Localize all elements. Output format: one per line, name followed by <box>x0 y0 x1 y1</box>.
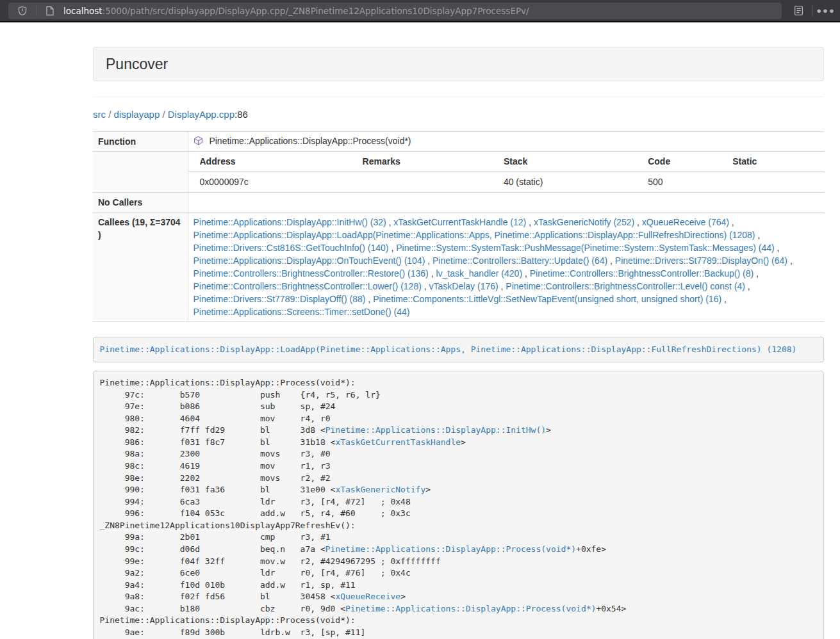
callee-link[interactable]: Pinetime::Controllers::BrightnessControl… <box>506 281 745 291</box>
callee-link[interactable]: vTaskDelay (176) <box>429 281 498 291</box>
callee-link[interactable]: Pinetime::Drivers::St7789::DisplayOff() … <box>194 294 366 304</box>
static-value <box>721 172 824 193</box>
toolbar-divider <box>36 5 37 16</box>
metrics-header-row: Address Remarks Stack Code Static <box>188 152 825 172</box>
callee-link[interactable]: Pinetime::Controllers::BrightnessControl… <box>530 268 754 279</box>
selected-callee-box: Pinetime::Applications::DisplayApp::Load… <box>93 337 824 362</box>
function-table: Function Pinetime::Applications::Display… <box>93 131 824 322</box>
code-size-value: 500 <box>636 172 721 193</box>
col-static: Static <box>721 152 824 172</box>
metrics-table: Address Remarks Stack Code Static 0x0000… <box>188 152 825 192</box>
col-remarks: Remarks <box>351 152 492 172</box>
breadcrumb-separator: / <box>160 109 168 120</box>
callee-link[interactable]: Pinetime::Controllers::Battery::Update()… <box>432 255 607 266</box>
app-header: Puncover <box>93 47 824 81</box>
breadcrumb-separator: / <box>106 109 114 120</box>
callee-link[interactable]: lv_task_handler (420) <box>436 268 522 279</box>
url-text: localhost:5000/path/src/displayapp/Displ… <box>63 6 529 16</box>
code-symbol-link[interactable]: xTaskGenericNotify <box>335 485 425 494</box>
callee-link[interactable]: Pinetime::Controllers::BrightnessControl… <box>194 268 429 279</box>
callee-link[interactable]: xTaskGenericNotify (252) <box>534 217 634 227</box>
callee-link[interactable]: Pinetime::Applications::DisplayApp::Init… <box>194 217 386 227</box>
table-row-callers: No Callers <box>93 193 824 213</box>
stack-value: 40 (static) <box>492 172 636 193</box>
callers-cell <box>188 193 824 213</box>
table-row-function: Function Pinetime::Applications::Display… <box>93 132 824 152</box>
address-value: 0x0000097c <box>188 172 351 193</box>
shield-icon[interactable] <box>15 3 30 19</box>
callee-link[interactable]: Pinetime::Applications::Screens::Timer::… <box>194 307 410 317</box>
col-code: Code <box>636 152 721 172</box>
callee-link[interactable]: xTaskGetCurrentTaskHandle (12) <box>393 217 526 227</box>
function-name-cell: Pinetime::Applications::DisplayApp::Proc… <box>188 132 824 152</box>
code-symbol-link[interactable]: Pinetime::Applications::DisplayApp::Proc… <box>325 544 576 554</box>
reader-mode-icon[interactable] <box>791 3 806 19</box>
selected-callee-link[interactable]: Pinetime::Applications::DisplayApp::Load… <box>100 344 797 354</box>
no-callers-label: No Callers <box>93 193 188 213</box>
col-stack: Stack <box>492 152 636 172</box>
metrics-value-row: 0x0000097c 40 (static) 500 <box>188 172 825 193</box>
callee-link[interactable]: Pinetime::Applications::DisplayApp::Load… <box>194 230 755 240</box>
callee-link[interactable]: Pinetime::Applications::DisplayApp::OnTo… <box>194 255 425 266</box>
url-bar[interactable]: localhost:5000/path/src/displayapp/Displ… <box>8 3 782 19</box>
disassembly-code: Pinetime::Applications::DisplayApp::Proc… <box>93 371 824 639</box>
code-symbol-link[interactable]: xQueueReceive <box>335 592 400 601</box>
breadcrumb-link[interactable]: src <box>93 109 106 120</box>
callee-link[interactable]: Pinetime::Components::LittleVgl::SetNewT… <box>373 294 721 304</box>
cube-icon <box>194 137 206 147</box>
breadcrumb-link[interactable]: DisplayApp.cpp <box>168 109 235 120</box>
function-label: Function <box>93 132 188 152</box>
table-row-metrics: Address Remarks Stack Code Static 0x0000… <box>93 152 824 193</box>
url-path: :5000/path/src/displayapp/DisplayApp.cpp… <box>103 6 529 16</box>
remarks-value <box>351 172 492 193</box>
callee-link[interactable]: Pinetime::Drivers::Cst816S::GetTouchInfo… <box>194 243 389 253</box>
callee-link[interactable]: xQueueReceive (764) <box>642 217 729 227</box>
function-name: Pinetime::Applications::DisplayApp::Proc… <box>209 136 411 146</box>
code-symbol-link[interactable]: xTaskGetCurrentTaskHandle <box>335 437 461 447</box>
callees-list: Pinetime::Applications::DisplayApp::Init… <box>188 213 824 322</box>
browser-toolbar: localhost:5000/path/src/displayapp/Displ… <box>0 0 840 22</box>
breadcrumb: src / displayapp / DisplayApp.cpp:86 <box>93 109 824 120</box>
table-row-callees: Callees (19, Σ=3704 ) Pinetime::Applicat… <box>93 213 824 322</box>
url-host: localhost <box>63 6 103 16</box>
callee-link[interactable]: Pinetime::Controllers::BrightnessControl… <box>194 281 422 291</box>
breadcrumb-line-number: :86 <box>235 109 248 120</box>
callee-link[interactable]: Pinetime::Drivers::St7789::DisplayOn() (… <box>615 255 787 266</box>
page-title: Puncover <box>106 56 168 73</box>
code-symbol-link[interactable]: Pinetime::Applications::DisplayApp::Proc… <box>345 604 596 613</box>
code-symbol-link[interactable]: Pinetime::Applications::DisplayApp::Init… <box>325 425 546 435</box>
breadcrumb-link[interactable]: displayapp <box>114 109 160 120</box>
col-address: Address <box>188 152 351 172</box>
menu-dots-icon[interactable]: ●●● <box>818 3 834 19</box>
callees-label: Callees (19, Σ=3704 ) <box>93 213 188 322</box>
empty-label-cell <box>93 152 188 193</box>
toolbar-divider <box>812 5 812 16</box>
divider <box>93 97 824 97</box>
page-content: Puncover src / displayapp / DisplayApp.c… <box>93 47 824 639</box>
page-icon[interactable] <box>42 3 58 19</box>
callee-link[interactable]: Pinetime::System::SystemTask::PushMessag… <box>396 243 775 253</box>
